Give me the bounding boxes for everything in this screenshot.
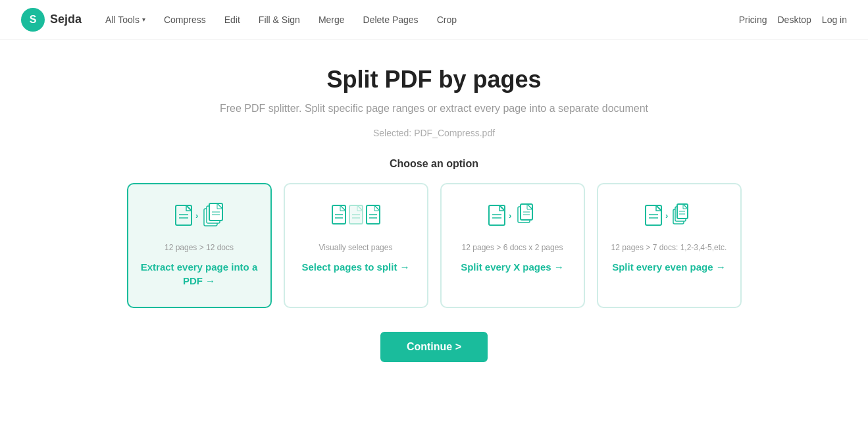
card-icon-select [330, 200, 382, 236]
card-sub-label-extract: 12 pages > 12 docs [165, 242, 234, 253]
card-sub-label-split-x: 12 pages > 6 docs x 2 pages [462, 242, 563, 253]
svg-text:›: › [665, 211, 668, 221]
choose-option-label: Choose an option [390, 158, 478, 170]
option-cards: › 12 pages > 12 docs Extract every page … [127, 183, 742, 308]
nav-edit[interactable]: Edit [217, 9, 248, 30]
svg-text:›: › [509, 211, 511, 221]
header: S Sejda All Tools ▾ Compress Edit Fill &… [0, 0, 868, 40]
logo[interactable]: S Sejda [21, 8, 82, 32]
svg-text:›: › [195, 211, 198, 221]
nav-pricing[interactable]: Pricing [739, 14, 767, 25]
main-content: Split PDF by pages Free PDF splitter. Sp… [0, 40, 868, 402]
card-icon-extract: › [173, 200, 226, 236]
selected-file: Selected: PDF_Compress.pdf [373, 128, 495, 138]
card-icon-split-x: › [486, 200, 539, 236]
continue-button[interactable]: Continue > [380, 332, 488, 362]
card-main-label-extract: Extract every page into a PDF → [139, 260, 260, 288]
main-nav: All Tools ▾ Compress Edit Fill & Sign Me… [97, 9, 739, 30]
nav-delete-pages[interactable]: Delete Pages [355, 9, 426, 30]
nav-desktop[interactable]: Desktop [777, 14, 811, 25]
nav-merge[interactable]: Merge [311, 9, 353, 30]
card-icon-split-even: › [643, 200, 696, 236]
nav-right: Pricing Desktop Log in [739, 14, 847, 25]
nav-crop[interactable]: Crop [429, 9, 465, 30]
card-split-x-pages[interactable]: › 12 pages > 6 docs x 2 pages Split ever… [440, 183, 585, 308]
page-subtitle: Free PDF splitter. Split specific page r… [220, 103, 648, 115]
card-sub-label-select: Visually select pages [319, 242, 393, 253]
card-main-label-split-even: Split every even page → [612, 260, 726, 274]
card-select-pages[interactable]: Visually select pages Select pages to sp… [284, 183, 428, 308]
logo-name: Sejda [50, 13, 82, 26]
logo-icon: S [21, 8, 45, 32]
card-split-even[interactable]: › 12 pages > 7 docs: 1,2-3,4-5,etc. Spli… [597, 183, 742, 308]
card-sub-label-split-even: 12 pages > 7 docs: 1,2-3,4-5,etc. [611, 242, 727, 253]
card-main-label-split-x: Split every X pages → [461, 260, 564, 274]
nav-login[interactable]: Log in [822, 14, 847, 25]
nav-compress[interactable]: Compress [156, 9, 214, 30]
nav-fill-sign[interactable]: Fill & Sign [251, 9, 308, 30]
nav-all-tools[interactable]: All Tools ▾ [97, 9, 153, 30]
card-main-label-select: Select pages to split → [301, 260, 409, 274]
page-title: Split PDF by pages [326, 66, 541, 93]
chevron-down-icon: ▾ [142, 16, 145, 23]
card-extract-every-page[interactable]: › 12 pages > 12 docs Extract every page … [127, 183, 272, 308]
